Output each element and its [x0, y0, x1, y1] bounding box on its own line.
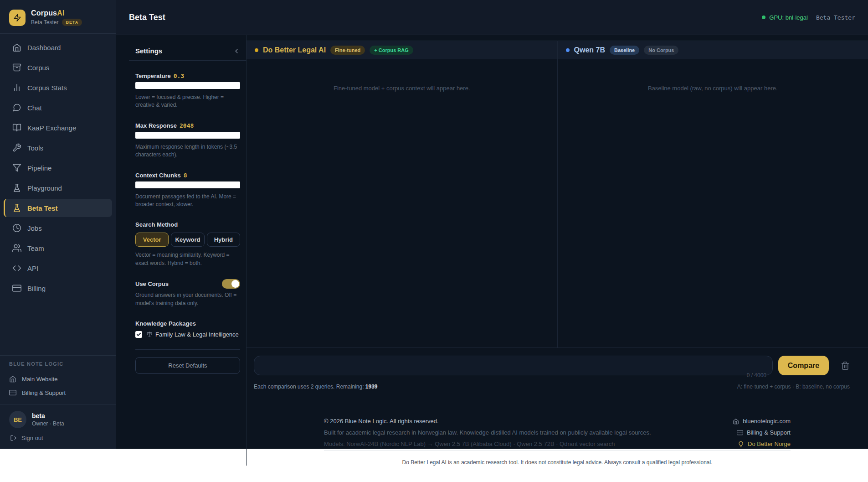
use-corpus-toggle[interactable]	[222, 279, 240, 289]
search-method-desc: Vector = meaning similarity. Keyword = e…	[135, 251, 240, 267]
sign-out-button[interactable]: Sign out	[0, 431, 116, 449]
sidebar-item-label: Pipeline	[27, 164, 51, 172]
panel-finetuned-empty-text: Fine-tuned model + corpus context will a…	[247, 85, 557, 92]
max-response-desc: Maximum response length in tokens (~3.5 …	[135, 143, 240, 159]
query-input[interactable]	[254, 356, 773, 375]
footer-link-label: Billing & Support	[747, 427, 791, 438]
knowledge-packages-field: Knowledge Packages Family Law & L	[135, 319, 240, 340]
content-row: Settings Temperature0.3 Lower = focused …	[116, 35, 868, 466]
search-method-label: Search Method	[135, 221, 178, 228]
composer-meta: Each comparison uses 2 queries. Remainin…	[254, 384, 850, 390]
footer-copyright: © 2026 Blue Note Logic. All rights reser…	[324, 415, 651, 427]
brand-subtitle: Beta Tester	[31, 19, 58, 26]
knowledge-package-item[interactable]: Family Law & Legal Intelligence	[135, 331, 240, 340]
search-method-vector-button[interactable]: Vector	[135, 233, 169, 247]
context-chunks-desc: Document passages fed to the AI. More = …	[135, 193, 240, 209]
user-name: beta	[32, 412, 64, 420]
chat-icon	[12, 103, 21, 112]
sidebar-item-api[interactable]: API	[4, 259, 112, 277]
panel-baseline: Qwen 7B Baseline No Corpus Baseline mode…	[558, 41, 868, 347]
sidebar-item-pipeline[interactable]: Pipeline	[4, 159, 112, 177]
toggle-knob	[231, 280, 239, 288]
legal-disclaimer: Do Better Legal AI is an academic resear…	[324, 459, 791, 466]
compare-button[interactable]: Compare	[778, 356, 829, 375]
temperature-input[interactable]	[135, 82, 240, 89]
footer-link-website[interactable]: bluenotelogic.com	[733, 415, 791, 427]
archive-icon	[12, 63, 21, 72]
flask-icon	[12, 183, 21, 192]
topbar-right: GPU: bnl-legal Beta Tester	[762, 14, 855, 21]
knowledge-package-checkbox[interactable]	[135, 331, 142, 338]
use-corpus-label: Use Corpus	[135, 280, 169, 287]
query-input-wrap: 0 / 4000	[254, 356, 773, 375]
remaining-count: 1939	[365, 384, 378, 390]
sidebar-item-playground[interactable]: Playground	[4, 179, 112, 197]
org-link-label: Billing & Support	[22, 389, 66, 396]
trash-icon[interactable]	[841, 361, 850, 370]
footer-link-do-better-norge[interactable]: Do Better Norge	[733, 438, 791, 450]
max-response-value: 2048	[180, 122, 194, 129]
sidebar-spacer	[0, 302, 116, 355]
max-response-input[interactable]	[135, 132, 240, 139]
sidebar-item-jobs[interactable]: Jobs	[4, 219, 112, 237]
search-method-group: Vector Keyword Hybrid	[135, 233, 240, 247]
sidebar-item-label: Dashboard	[27, 44, 61, 52]
sidebar-item-team[interactable]: Team	[4, 239, 112, 257]
user-role: Owner · Beta	[32, 420, 64, 427]
search-method-keyword-button[interactable]: Keyword	[171, 233, 204, 247]
sidebar-item-kaap-exchange[interactable]: KaaP Exchange	[4, 119, 112, 137]
reset-defaults-button[interactable]: Reset Defaults	[135, 357, 240, 374]
panel-finetuned-title: Do Better Legal AI	[263, 46, 326, 54]
sidebar-item-label: Corpus Stats	[27, 84, 67, 92]
brand: CorpusAI Beta Tester BETA	[0, 0, 116, 33]
panel-baseline-title: Qwen 7B	[574, 46, 605, 54]
context-chunks-label: Context Chunks	[135, 172, 181, 179]
wrench-icon	[12, 143, 21, 152]
sidebar-item-label: KaaP Exchange	[27, 124, 76, 132]
sidebar-item-beta-test[interactable]: Beta Test	[4, 199, 112, 217]
sidebar-item-label: API	[27, 264, 38, 272]
footer-link-billing[interactable]: Billing & Support	[733, 427, 791, 438]
footer-link-label: bluenotelogic.com	[743, 415, 791, 427]
brand-name: CorpusAI	[31, 9, 82, 17]
divider	[324, 451, 791, 451]
max-response-field: Max Response2048 Maximum response length…	[135, 121, 240, 159]
context-chunks-input[interactable]	[135, 181, 240, 188]
badge-fine-tuned: Fine-tuned	[330, 46, 365, 55]
sidebar: CorpusAI Beta Tester BETA Dashboard Corp…	[0, 0, 116, 449]
sidebar-item-label: Jobs	[27, 224, 42, 232]
sidebar-item-chat[interactable]: Chat	[4, 98, 112, 117]
sidebar-item-label: Tools	[27, 144, 43, 152]
zap-icon	[13, 14, 21, 22]
sidebar-item-corpus[interactable]: Corpus	[4, 58, 112, 77]
sidebar-item-dashboard[interactable]: Dashboard	[4, 38, 112, 57]
gpu-status: GPU: bnl-legal	[762, 14, 808, 21]
sidebar-nav: Dashboard Corpus Corpus Stats Chat KaaP …	[0, 34, 116, 302]
chevron-left-icon[interactable]	[233, 47, 240, 55]
max-response-label: Max Response	[135, 122, 177, 129]
credit-card-icon	[12, 284, 21, 293]
context-chunks-value: 8	[184, 172, 187, 179]
sidebar-item-tools[interactable]: Tools	[4, 139, 112, 157]
top-bar: Beta Test GPU: bnl-legal Beta Tester	[116, 0, 868, 35]
temperature-desc: Lower = focused & precise. Higher = crea…	[135, 93, 240, 109]
users-icon	[12, 244, 21, 253]
panel-finetuned-body: Fine-tuned model + corpus context will a…	[247, 59, 557, 347]
home-icon	[733, 418, 739, 425]
panel-baseline-header: Qwen 7B Baseline No Corpus	[558, 41, 868, 59]
sidebar-item-corpus-stats[interactable]: Corpus Stats	[4, 78, 112, 97]
queries-remaining: Each comparison uses 2 queries. Remainin…	[254, 384, 378, 390]
footer-left: © 2026 Blue Note Logic. All rights reser…	[324, 415, 651, 450]
lightbulb-icon	[738, 441, 744, 447]
user-card[interactable]: BE beta Owner · Beta	[0, 404, 116, 431]
search-method-hybrid-button[interactable]: Hybrid	[207, 233, 240, 247]
panel-finetuned: Do Better Legal AI Fine-tuned + Corpus R…	[247, 41, 558, 347]
panel-baseline-empty-text: Baseline model (raw, no corpus) will app…	[558, 85, 868, 92]
org-link-main-website[interactable]: Main Website	[9, 372, 107, 386]
sidebar-item-billing[interactable]: Billing	[4, 279, 112, 297]
org-link-billing-support[interactable]: Billing & Support	[9, 386, 107, 399]
scales-icon	[146, 331, 153, 337]
home-icon	[12, 43, 21, 52]
composer: 0 / 4000 Compare Each comparison uses 2 …	[254, 356, 850, 390]
log-out-icon	[10, 435, 17, 441]
